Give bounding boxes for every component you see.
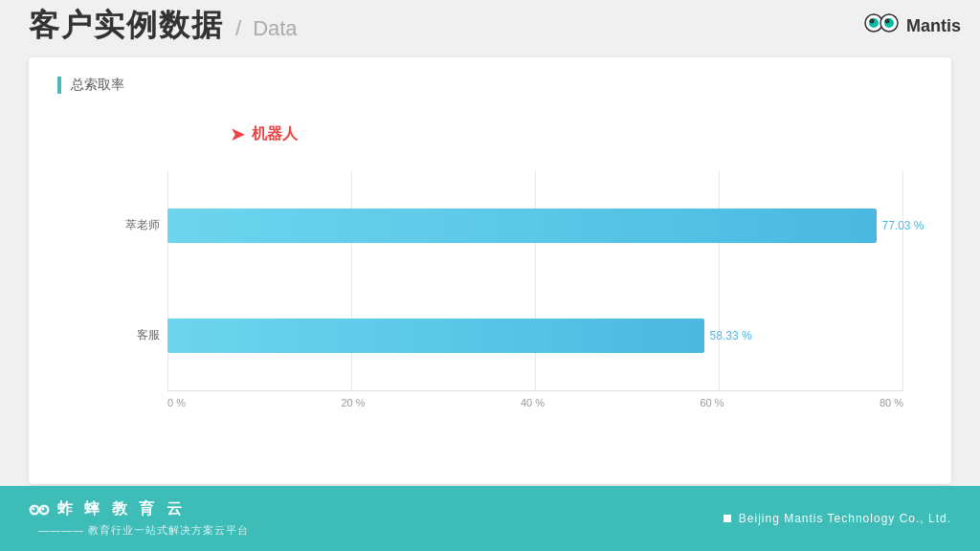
- bar-label-0: 萃老师: [115, 217, 167, 233]
- bar-track-1: 58.33 %: [167, 319, 903, 353]
- main-card: 总索取率 ➤ 机器人 萃老师 77.03 %: [29, 57, 951, 484]
- robot-arrow-icon: ➤: [230, 122, 246, 145]
- bar-fill-0: 77.03 %: [167, 209, 877, 243]
- x-tick-2: 40 %: [521, 397, 545, 408]
- footer-dot-icon: [724, 515, 731, 522]
- x-tick-1: 20 %: [341, 397, 365, 408]
- x-axis: 0 % 20 % 40 % 60 % 80 %: [167, 390, 903, 429]
- svg-point-5: [884, 19, 889, 24]
- x-tick-3: 60 %: [700, 397, 724, 408]
- footer-company-text: Beijing Mantis Technology Co., Ltd.: [739, 512, 951, 525]
- bar-label-1: 客服: [115, 327, 167, 343]
- svg-point-11: [42, 507, 45, 510]
- bar-track-0: 77.03 %: [167, 209, 903, 243]
- bar-value-1: 58.33 %: [710, 329, 752, 342]
- robot-label-text: 机器人: [252, 124, 298, 144]
- bar-value-0: 77.03 %: [882, 219, 924, 232]
- bar-row-1: 客服 58.33 %: [115, 307, 903, 364]
- chart-container: ➤ 机器人 萃老师 77.03 % 客服: [115, 122, 903, 429]
- page-title-en: Data: [253, 16, 297, 41]
- x-tick-4: 80 %: [880, 397, 903, 408]
- robot-annotation: ➤ 机器人: [230, 122, 298, 145]
- page-title-area: 客户实例数据 / Data: [29, 5, 298, 47]
- bar-chart: 萃老师 77.03 % 客服 58.33 %: [115, 170, 903, 390]
- mantis-logo-icon: [864, 11, 902, 40]
- footer-brand-area: 蚱 蟀 教 育 云 ———— 教育行业一站式解决方案云平台: [29, 499, 249, 538]
- logo-area: Mantis: [864, 11, 961, 40]
- chart-section-title: 总索取率: [57, 77, 923, 94]
- x-tick-0: 0 %: [167, 397, 186, 408]
- svg-point-2: [869, 19, 874, 24]
- title-separator: /: [235, 16, 241, 41]
- footer-subtitle: ———— 教育行业一站式解决方案云平台: [29, 523, 249, 538]
- footer-brand-name: 蚱 蟀 教 育 云: [57, 499, 186, 519]
- svg-point-10: [33, 507, 35, 510]
- bar-row-0: 萃老师 77.03 %: [115, 197, 903, 254]
- page-title-cn: 客户实例数据: [29, 5, 224, 47]
- footer-subtitle-area: ———— 教育行业一站式解决方案云平台: [29, 523, 249, 538]
- header: 客户实例数据 / Data Mantis: [0, 0, 980, 52]
- footer: 蚱 蟀 教 育 云 ———— 教育行业一站式解决方案云平台 Beijing Ma…: [0, 486, 980, 551]
- bar-fill-1: 58.33 %: [167, 319, 704, 353]
- logo-text: Mantis: [906, 16, 961, 36]
- footer-logo-icon: [29, 502, 50, 518]
- footer-company-area: Beijing Mantis Technology Co., Ltd.: [724, 512, 951, 525]
- footer-brand: 蚱 蟀 教 育 云: [29, 499, 186, 519]
